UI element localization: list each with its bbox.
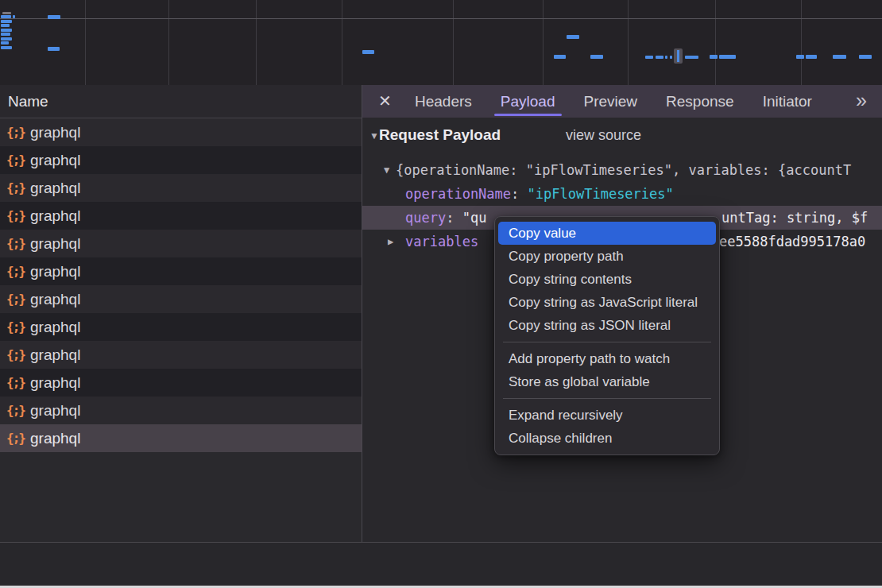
tab-payload[interactable]: Payload [501,85,555,118]
section-title: Request Payload [379,126,501,144]
json-file-icon: {;} [6,369,25,397]
request-timing-bar [645,56,653,59]
request-row[interactable]: {;}graphql [0,397,362,424]
menu-item-copy-string-as-json-literal[interactable]: Copy string as JSON literal [495,314,719,337]
request-row[interactable]: {;}graphql [0,174,362,202]
request-row[interactable]: {;}graphql [0,369,362,397]
menu-item-expand-recursively[interactable]: Expand recursively [495,404,719,427]
property-value: : [511,186,527,202]
timeline-gridline [256,0,257,85]
request-timing-bar [1,24,10,27]
tab-headers[interactable]: Headers [415,85,472,118]
request-payload-section-header[interactable]: ▼ Request Payload view source [362,126,882,152]
request-row[interactable]: {;}graphql [0,257,362,285]
request-timing-bar [1,20,12,23]
request-row[interactable]: {;}graphql [0,285,362,313]
json-file-icon: {;} [6,285,25,313]
menu-item-copy-string-contents[interactable]: Copy string contents [495,268,719,291]
menu-item-copy-property-path[interactable]: Copy property path [495,245,719,268]
request-name: graphql [30,313,80,341]
request-row[interactable]: {;}graphql [0,341,362,369]
devtools-network-panel: Name {;}graphql{;}graphql{;}graphql{;}gr… [0,0,882,588]
request-name: graphql [30,146,80,174]
request-timing-bar [710,55,718,59]
request-timing-bar [1,41,9,44]
tree-row-text: query: "qu [405,206,486,230]
tree-row[interactable]: ▼{operationName: "ipFlowTimeseries", var… [362,158,882,182]
tree-row-text: operationName: "ipFlowTimeseries" [405,182,674,206]
detail-tabs: HeadersPayloadPreviewResponseInitiator [415,85,812,118]
menu-item-collapse-children[interactable]: Collapse children [495,427,719,450]
tab-preview[interactable]: Preview [584,85,638,118]
request-row[interactable]: {;}graphql [0,118,362,146]
request-timing-bar [1,15,11,18]
request-timing-bar [362,50,374,54]
request-timing-bar [1,37,12,41]
selected-request-marker [674,48,683,64]
json-file-icon: {;} [6,230,25,257]
expand-triangle-icon[interactable]: ▼ [384,158,389,182]
timeline-gridline [453,0,454,85]
menu-item-copy-value[interactable]: Copy value [498,222,716,245]
detail-tabs-bar: ✕ HeadersPayloadPreviewResponseInitiator… [362,85,882,118]
tree-row-text: variables [405,230,478,253]
property-key: operationName [405,186,511,202]
request-timing-bar [719,55,736,59]
status-footer [0,543,882,586]
json-file-icon: {;} [6,146,25,174]
network-overview-timeline[interactable] [0,0,882,85]
request-timing-bar [590,55,603,59]
tree-row[interactable]: operationName: "ipFlowTimeseries" [362,182,882,206]
pending-request-bar [2,12,11,14]
context-menu: Copy valueCopy property pathCopy string … [494,216,720,455]
menu-item-store-as-global-variable[interactable]: Store as global variable [495,370,719,393]
timeline-gridline [342,0,342,85]
request-row[interactable]: {;}graphql [0,424,362,452]
tab-response[interactable]: Response [666,85,734,118]
request-timing-bar [796,55,804,59]
timeline-gridline [168,0,169,85]
request-name: graphql [30,174,80,202]
json-file-icon: {;} [6,174,25,202]
section-collapse-icon[interactable]: ▼ [369,130,379,141]
request-timing-bar [1,29,12,32]
json-file-icon: {;} [6,313,25,341]
tab-initiator[interactable]: Initiator [763,85,812,118]
request-name: graphql [30,257,80,285]
request-name: graphql [30,202,80,230]
view-source-link[interactable]: view source [566,127,641,144]
request-timing-bar [670,56,672,59]
timeline-gridline [543,0,544,85]
timeline-gridline [715,0,716,85]
property-key: query [405,210,446,226]
menu-item-copy-string-as-javascript-literal[interactable]: Copy string as JavaScript literal [495,291,719,314]
request-row[interactable]: {;}graphql [0,313,362,341]
request-row[interactable]: {;}graphql [0,230,362,257]
json-file-icon: {;} [6,424,25,452]
request-timing-bar [48,47,60,51]
request-name: graphql [30,118,80,146]
request-name: graphql [30,424,80,452]
close-icon[interactable]: ✕ [378,85,392,118]
request-row[interactable]: {;}graphql [0,146,362,174]
request-name: graphql [30,285,80,313]
request-timing-bar [554,55,566,59]
property-value-tail: untTag: string, $f [721,206,868,230]
request-name: graphql [30,341,80,369]
json-file-icon: {;} [6,257,25,285]
more-tabs-icon[interactable]: » [856,85,868,118]
request-row[interactable]: {;}graphql [0,202,362,230]
property-value: "ipFlowTimeseries" [528,186,674,202]
menu-item-add-property-path-to-watch[interactable]: Add property path to watch [495,347,719,370]
request-timing-bar [48,15,60,19]
name-column-header[interactable]: Name [0,85,362,118]
request-timing-bar [665,56,667,59]
timeline-gridline [85,0,86,85]
request-timing-bar [656,56,663,59]
request-timing-bar [1,33,10,36]
request-timing-bar [567,35,579,39]
request-timing-bar [833,55,846,59]
timeline-gridline [801,0,802,85]
expand-triangle-icon[interactable]: ▶ [388,230,393,253]
json-file-icon: {;} [6,202,25,230]
